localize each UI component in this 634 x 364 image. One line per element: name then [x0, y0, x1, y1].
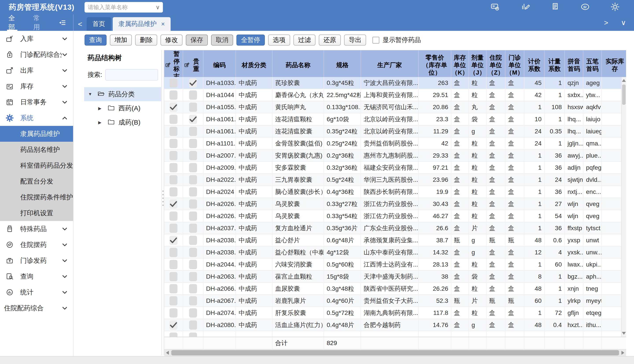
tab-首页[interactable]: 首页 — [87, 17, 111, 31]
close-icon[interactable]: × — [161, 21, 165, 27]
column-header-ward_unit[interactable]: 住院单位（Z） — [486, 50, 506, 80]
column-header-wubi[interactable]: 五笔首码 — [583, 50, 602, 80]
sidebar-item-日常事务[interactable]: 日常事务 — [0, 94, 73, 110]
table-row[interactable]: DH-a2009...中成药安多霖胶囊0.32g*36粒福建众安药业有限...9… — [164, 162, 626, 174]
valuable-checkbox[interactable] — [189, 296, 197, 306]
valuable-checkbox[interactable] — [189, 284, 197, 293]
paused-checkbox[interactable] — [170, 224, 178, 233]
paused-checkbox[interactable] — [170, 332, 178, 337]
scroll-down-icon[interactable] — [622, 332, 626, 335]
table-row[interactable]: DH-a1101...中成药金骨莲胶囊(益佰)0.25g*24粒贵州益佰制药股份… — [164, 138, 626, 150]
valuable-checkbox[interactable] — [189, 78, 197, 88]
paused-checkbox[interactable] — [170, 151, 178, 160]
paused-checkbox[interactable] — [170, 115, 178, 124]
保存-button[interactable]: 保存 — [186, 34, 208, 46]
column-header-spec[interactable]: 规格 — [324, 50, 361, 80]
table-row[interactable]: DH-a1061...中成药连花清瘟胶囊0.35g*24粒北京以岭药业有限...… — [164, 126, 626, 138]
valuable-checkbox[interactable] — [189, 187, 197, 196]
paused-checkbox[interactable] — [170, 296, 178, 306]
tree-node-成药(B)[interactable]: ▶成药(B) — [84, 115, 161, 130]
导出-button[interactable]: 导出 — [344, 34, 366, 46]
tree-node-药品分类[interactable]: ▼药品分类 — [84, 87, 161, 101]
column-header-valuable[interactable]: 贵重 — [183, 50, 204, 80]
valuable-checkbox[interactable] — [189, 212, 197, 221]
panel-splitter[interactable] — [161, 50, 164, 355]
取消-button[interactable]: 取消 — [211, 34, 233, 46]
caret-right-icon[interactable]: ▶ — [98, 106, 104, 111]
column-header-paused[interactable]: 暂停标志 — [164, 50, 183, 80]
sidebar-item-查询[interactable]: 查询 — [0, 268, 73, 284]
valuable-checkbox[interactable] — [189, 115, 197, 124]
menu-search-input[interactable] — [88, 4, 156, 11]
选项-button[interactable]: 选项 — [268, 34, 290, 46]
table-row[interactable]: DH-a2022...中成药三九胃泰胶囊0.5g*24粒华润三九医药股份...2… — [164, 174, 626, 186]
scroll-right-icon[interactable] — [622, 351, 624, 355]
paused-checkbox[interactable] — [170, 102, 178, 112]
table-row[interactable]: DH-a2074...中成药肝复乐胶囊0.5g*72粒湖南九典制药有限...11… — [164, 307, 626, 319]
删除-button[interactable]: 删除 — [135, 34, 157, 46]
tab-more-icon[interactable]: ∨ — [621, 18, 626, 27]
table-row[interactable]: DH-a2037...中成药复方血栓通片0.35g*36片广东众生药业股份...… — [164, 222, 626, 234]
sidebar-item-住院配药综合[interactable]: 住院配药综合 — [0, 300, 73, 316]
valuable-checkbox[interactable] — [189, 163, 197, 172]
paused-checkbox[interactable] — [170, 284, 178, 293]
valuable-checkbox[interactable] — [189, 90, 197, 100]
过滤-button[interactable]: 过滤 — [294, 34, 316, 46]
valuable-checkbox[interactable] — [189, 260, 197, 269]
valuable-checkbox[interactable] — [189, 139, 197, 148]
paused-checkbox[interactable] — [170, 139, 178, 148]
tree-search-input[interactable] — [105, 69, 158, 80]
column-header-clinic_unit[interactable]: 门诊单位（M） — [506, 50, 524, 80]
table-row[interactable] — [164, 331, 626, 337]
sidebar-item-出库[interactable]: 出库 — [0, 62, 73, 78]
column-header-manufacturer[interactable]: 生产厂家 — [361, 50, 419, 80]
sidebar-item-门诊配药综合业务[interactable]: 门诊配药综合业务 — [0, 47, 73, 62]
column-header-price_factor[interactable]: 计价系数 — [524, 50, 544, 80]
show-paused-checkbox[interactable] — [372, 37, 379, 44]
si-badge-icon[interactable]: SI — [580, 2, 590, 12]
tab-scroll-right-icon[interactable]: > — [604, 19, 608, 27]
paused-checkbox[interactable] — [170, 272, 178, 281]
table-row[interactable]: DH-a2067...中成药岩鹿乳康片0.4g*60片贵州益佰女子大药...52… — [164, 295, 626, 307]
collapse-menu-icon[interactable] — [58, 19, 66, 26]
valuable-checkbox[interactable] — [189, 175, 197, 184]
table-row[interactable]: DH-a2026...中成药乌灵胶囊0.33g*27粒浙江佐力药业股份...30… — [164, 198, 626, 210]
paused-checkbox[interactable] — [170, 260, 178, 269]
sidebar-tab-common[interactable]: 常用 — [33, 14, 41, 31]
paused-checkbox[interactable] — [170, 200, 178, 209]
valuable-checkbox[interactable] — [189, 224, 197, 233]
horizontal-scroll-thumb[interactable] — [171, 350, 619, 356]
column-header-actual_stock[interactable]: 实际库存 — [602, 50, 626, 80]
table-row[interactable]: DH-a1044中成药麝香保心丸（水丸）22.5mg*42粒上海和黄药业有限..… — [164, 89, 626, 101]
column-header-price[interactable]: 零售价（库存单位） — [419, 50, 451, 80]
chevron-down-icon[interactable]: ∨ — [156, 4, 160, 11]
修改-button[interactable]: 修改 — [160, 34, 182, 46]
valuable-checkbox[interactable] — [189, 102, 197, 112]
sidebar-item-住院摆药[interactable]: 住院摆药 — [0, 237, 73, 253]
tab-隶属药品维护[interactable]: 隶属药品维护× — [113, 17, 170, 31]
column-header-qty_factor[interactable]: 计量系数 — [544, 50, 565, 80]
table-row[interactable]: DH-a1061...中成药连花清瘟颗粒6g*10袋北京以岭药业有限...23.… — [164, 113, 626, 126]
paused-checkbox[interactable] — [170, 212, 178, 221]
vertical-scroll-thumb[interactable] — [622, 84, 626, 105]
paused-checkbox[interactable] — [170, 127, 178, 136]
sidebar-tab-all[interactable]: 全部 — [8, 14, 16, 31]
valuable-checkbox[interactable] — [189, 200, 197, 209]
receipt-icon[interactable] — [550, 2, 560, 12]
valuable-checkbox[interactable] — [189, 236, 197, 245]
全暂停-button[interactable]: 全暂停 — [236, 34, 265, 46]
column-header-category[interactable]: 材质分类 — [236, 50, 272, 80]
si-card-viewer-icon[interactable]: SI — [490, 2, 500, 12]
table-row[interactable]: DH-a2038...中成药益心舒颗粒（中泰）4g*12袋山东中泰药业有限...… — [164, 246, 626, 258]
paused-checkbox[interactable] — [170, 187, 178, 196]
horizontal-scrollbar[interactable] — [164, 350, 626, 356]
paused-checkbox[interactable] — [170, 248, 178, 257]
table-row[interactable]: DH-a2080...中成药活血止痛片(红力）0.4g*48片合肥今越制药14.… — [164, 319, 626, 331]
paused-checkbox[interactable] — [170, 236, 178, 245]
valuable-checkbox[interactable] — [189, 308, 197, 318]
table-row[interactable]: DH-a2007...中成药安胃疡胶囊(九惠)0.2g*36粒惠州市九惠制药股.… — [164, 150, 626, 162]
table-row[interactable]: DH-a1033...中成药芪珍胶囊0.3g*45粒宁波大昌药业有限...263… — [164, 77, 626, 89]
settings-gear-icon[interactable] — [610, 2, 620, 12]
column-header-dose_unit[interactable]: 剂量单位（J） — [469, 50, 486, 80]
table-row[interactable]: DH-a2063...中成药葆宫止血颗粒15g*8袋天津中盛海天制药...38盒… — [164, 271, 626, 283]
